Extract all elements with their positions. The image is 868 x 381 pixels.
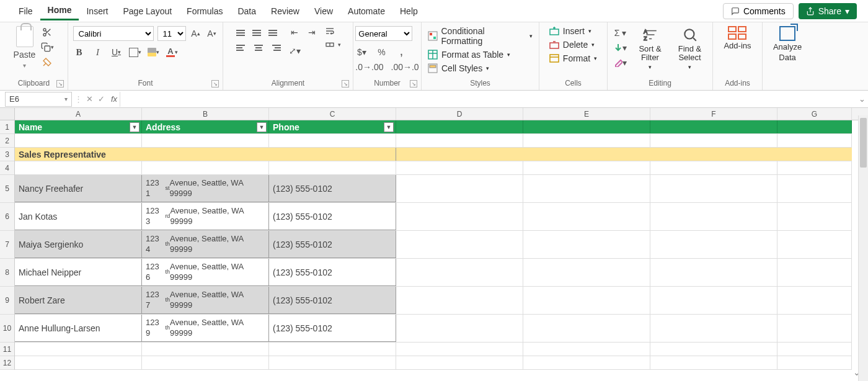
cell[interactable] <box>523 161 650 174</box>
formula-bar[interactable] <box>120 92 856 107</box>
tab-help[interactable]: Help <box>392 2 425 20</box>
cell[interactable] <box>396 120 523 133</box>
cell[interactable] <box>523 343 650 356</box>
col-header-B[interactable]: B <box>142 108 269 120</box>
cell[interactable] <box>396 287 523 314</box>
cell[interactable] <box>523 203 650 230</box>
share-button[interactable]: Share ▾ <box>799 3 857 19</box>
cell[interactable] <box>777 231 852 258</box>
tab-automate[interactable]: Automate <box>340 2 392 20</box>
cell[interactable] <box>396 315 523 342</box>
comments-button[interactable]: Comments <box>723 3 794 19</box>
cell[interactable]: Phone▼ <box>269 120 396 133</box>
cell[interactable] <box>15 161 142 174</box>
cell[interactable] <box>142 356 269 369</box>
cell[interactable] <box>650 134 777 147</box>
cell[interactable] <box>15 134 142 147</box>
scrollbar-thumb[interactable] <box>860 118 867 168</box>
tab-data[interactable]: Data <box>230 2 264 20</box>
cell[interactable] <box>523 134 650 147</box>
cell[interactable] <box>777 356 852 369</box>
col-header-G[interactable]: G <box>777 108 852 120</box>
find-select-button[interactable]: Find & Select▾ <box>673 26 706 70</box>
row-header-3[interactable]: 3 <box>0 148 14 161</box>
cell[interactable] <box>777 287 852 314</box>
vertical-scrollbar[interactable] <box>858 115 868 381</box>
cell[interactable]: Maiya Sergienko <box>15 231 142 258</box>
cell[interactable]: (123) 555-0102 <box>269 259 396 286</box>
cancel-formula-button[interactable]: ✕ <box>86 94 93 104</box>
paste-button[interactable]: Paste <box>14 48 36 61</box>
enter-formula-button[interactable]: ✓ <box>98 94 105 104</box>
cell[interactable] <box>396 356 523 369</box>
copy-button[interactable]: ▾ <box>40 41 54 53</box>
analyze-data-button[interactable]: Analyze Data <box>773 26 802 62</box>
increase-indent-button[interactable]: ⇥ <box>306 26 318 38</box>
cell[interactable]: 123 9th Avenue, Seattle, WA 99999 <box>142 315 269 342</box>
cell[interactable] <box>650 231 777 258</box>
cut-button[interactable] <box>40 26 54 38</box>
tab-file[interactable]: File <box>11 2 40 20</box>
cell[interactable] <box>142 134 269 147</box>
cell[interactable] <box>650 175 777 202</box>
cell[interactable] <box>650 287 777 314</box>
row-header-1[interactable]: 1 <box>0 120 14 134</box>
cell[interactable] <box>142 161 269 174</box>
cell[interactable] <box>650 203 777 230</box>
cell[interactable] <box>777 259 852 286</box>
cell[interactable] <box>523 148 650 161</box>
cell[interactable] <box>15 343 142 356</box>
cell[interactable]: (123) 555-0102 <box>269 231 396 258</box>
cell[interactable] <box>523 356 650 369</box>
cell[interactable] <box>269 343 396 356</box>
font-size-select[interactable]: 11 <box>157 26 186 41</box>
select-all-corner[interactable] <box>0 108 15 120</box>
increase-font-button[interactable]: A▴ <box>190 27 202 40</box>
format-cells-button[interactable]: Format▾ <box>549 53 597 63</box>
border-button[interactable]: ▾ <box>129 46 141 58</box>
dialog-launcher[interactable]: ↘ <box>56 80 64 87</box>
cell[interactable]: Jan Kotas <box>15 203 142 230</box>
addins-button[interactable]: Add-ins <box>724 26 751 50</box>
tab-page-layout[interactable]: Page Layout <box>115 2 179 20</box>
number-format-select[interactable]: General <box>355 26 412 41</box>
col-header-D[interactable]: D <box>396 108 523 120</box>
bold-button[interactable]: B <box>73 46 86 58</box>
tab-home[interactable]: Home <box>40 1 79 20</box>
cell[interactable]: (123) 555-0102 <box>269 203 396 230</box>
font-color-button[interactable]: A▾ <box>166 46 179 58</box>
row-header-10[interactable]: 10 <box>0 315 14 343</box>
cell[interactable] <box>650 148 777 161</box>
delete-cells-button[interactable]: Delete▾ <box>549 40 595 50</box>
cell[interactable] <box>777 134 852 147</box>
cell[interactable]: (123) 555-0102 <box>269 287 396 314</box>
cell[interactable] <box>396 259 523 286</box>
cell[interactable] <box>650 343 777 356</box>
name-box[interactable]: E6 ▾ <box>5 92 72 107</box>
cell[interactable] <box>650 120 777 133</box>
fill-button[interactable]: ▾ <box>614 42 627 54</box>
align-left-button[interactable] <box>235 41 250 55</box>
expand-formula-bar-button[interactable]: ⌄ <box>856 94 868 104</box>
filter-button[interactable]: ▼ <box>384 122 394 132</box>
cell[interactable]: Nancy Freehafer <box>15 175 142 202</box>
cell[interactable] <box>396 175 523 202</box>
format-as-table-button[interactable]: Format as Table▾ <box>428 50 510 60</box>
cell[interactable]: 123 4th Avenue, Seattle, WA 99999 <box>142 231 269 258</box>
fill-color-button[interactable]: ▾ <box>148 46 160 58</box>
cell[interactable] <box>523 175 650 202</box>
decrease-decimal-button[interactable]: .00→.0 <box>391 61 419 73</box>
italic-button[interactable]: I <box>92 46 104 58</box>
cell[interactable] <box>396 161 523 174</box>
fx-icon[interactable]: fx <box>108 94 120 104</box>
cell[interactable]: 123 7th Avenue, Seattle, WA 99999 <box>142 287 269 314</box>
cell[interactable] <box>396 343 523 356</box>
autosum-button[interactable]: Σ ▾ <box>614 27 627 39</box>
cell[interactable]: (123) 555-0102 <box>269 175 396 202</box>
cell[interactable] <box>142 148 269 161</box>
align-center-button[interactable] <box>251 41 266 55</box>
cell[interactable]: 123 1st Avenue, Seattle, WA 99999 <box>142 175 269 202</box>
cell[interactable] <box>269 161 396 174</box>
cell[interactable] <box>777 203 852 230</box>
cell[interactable] <box>777 120 852 133</box>
